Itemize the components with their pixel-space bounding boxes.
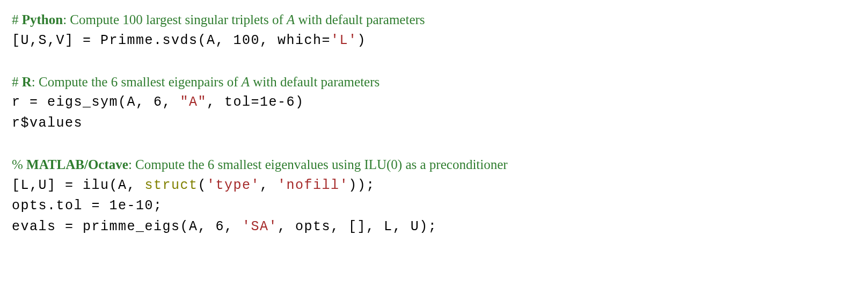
- code-text: r = eigs_sym(A, 6,: [12, 94, 180, 110]
- code-text: opts.tol = 1e-10;: [12, 198, 163, 214]
- comment-prefix: #: [12, 75, 19, 89]
- string-literal: 'nofill': [278, 178, 348, 193]
- comment-text: : Compute the 6 smallest eigenpairs of: [32, 75, 242, 89]
- code-line: [L,U] = ilu(A, struct('type', 'nofill'))…: [12, 175, 856, 196]
- code-line: r$values: [12, 113, 856, 134]
- language-label: MATLAB/Octave: [26, 157, 128, 172]
- comment-text: : Compute 100 largest singular triplets …: [63, 12, 287, 27]
- comment-line-python: # Python: Compute 100 largest singular t…: [12, 10, 856, 31]
- code-text: [L,U] = ilu(A,: [12, 178, 145, 193]
- language-label: R: [22, 75, 32, 89]
- variable-a: A: [242, 75, 250, 89]
- comment-text: : Compute the 6 smallest eigenvalues usi…: [128, 157, 508, 172]
- code-text: ,: [260, 178, 278, 193]
- comment-prefix: %: [12, 157, 23, 172]
- code-text: [U,S,V] = Primme.svds(A, 100, which=: [12, 33, 331, 48]
- comment-text-tail: with default parameters: [295, 12, 425, 27]
- string-literal: 'type': [207, 178, 260, 193]
- code-text: r$values: [12, 115, 83, 131]
- code-line: [U,S,V] = Primme.svds(A, 100, which='L'): [12, 31, 856, 52]
- comment-text-tail: with default parameters: [250, 75, 380, 89]
- comment-line-matlab: % MATLAB/Octave: Compute the 6 smallest …: [12, 155, 856, 175]
- comment-prefix: #: [12, 12, 19, 27]
- code-text: , opts, [], L, U);: [278, 219, 437, 234]
- string-literal: 'SA': [242, 219, 278, 234]
- string-literal: "A": [180, 94, 207, 110]
- comment-line-r: # R: Compute the 6 smallest eigenpairs o…: [12, 72, 856, 93]
- language-label: Python: [22, 12, 63, 27]
- code-line: evals = primme_eigs(A, 6, 'SA', opts, []…: [12, 217, 856, 238]
- variable-a: A: [287, 12, 295, 27]
- code-text: , tol=1e-6): [207, 94, 304, 110]
- code-line: opts.tol = 1e-10;: [12, 196, 856, 217]
- code-text: ));: [348, 178, 375, 193]
- code-line: r = eigs_sym(A, 6, "A", tol=1e-6): [12, 92, 856, 113]
- string-literal: 'L': [331, 33, 358, 48]
- code-text: ): [358, 33, 367, 48]
- code-text: evals = primme_eigs(A, 6,: [12, 219, 242, 234]
- code-text: (: [198, 178, 207, 193]
- keyword: struct: [145, 178, 198, 193]
